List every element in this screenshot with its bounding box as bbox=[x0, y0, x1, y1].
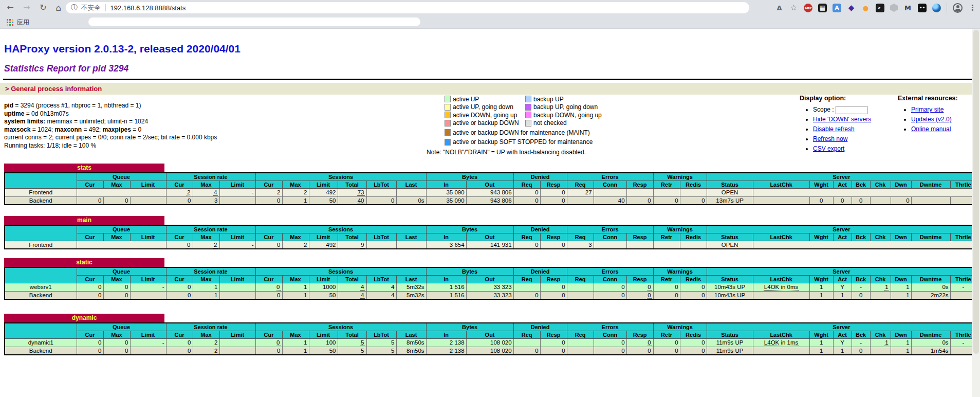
address-bar[interactable]: ⓘ 不安全 192.168.6.128:8888/stats bbox=[66, 2, 749, 13]
page-info-icon[interactable]: ⓘ bbox=[71, 3, 78, 12]
adblock-plus-icon[interactable]: ABP bbox=[804, 4, 812, 12]
column-header: In bbox=[426, 233, 466, 241]
cell-bout: 141 931 bbox=[466, 241, 513, 249]
terminal-extension-icon[interactable]: >_ bbox=[876, 4, 884, 12]
home-icon[interactable]: ⌂ bbox=[52, 2, 65, 14]
legend-swatch bbox=[525, 104, 531, 111]
toolbar-icon-row: A☆ABP▦A◆●>_M••⋮ bbox=[775, 0, 977, 15]
reload-icon[interactable]: ↻ bbox=[37, 2, 49, 14]
cell-econn: 0 bbox=[594, 291, 626, 299]
forward-icon[interactable]: → bbox=[21, 2, 33, 14]
mail-m-extension-icon[interactable]: M bbox=[903, 4, 912, 12]
row-name[interactable]: Backend bbox=[5, 291, 77, 299]
column-header: Retr bbox=[653, 181, 680, 188]
cell-value-tooltip: 4 bbox=[360, 292, 364, 299]
idm-extension-icon[interactable] bbox=[932, 4, 941, 12]
process-info-line: maxsock = 1024; maxconn = 492; maxpipes … bbox=[4, 126, 217, 134]
toolbar-divider bbox=[947, 3, 947, 12]
row-name[interactable]: Frontend bbox=[5, 188, 77, 196]
bookmark-item[interactable] bbox=[88, 17, 420, 26]
column-group-header: Queue bbox=[77, 173, 166, 181]
external-resource-link[interactable]: Updates (v2.0) bbox=[911, 116, 952, 123]
column-header: Status bbox=[707, 331, 753, 338]
scrollbar[interactable] bbox=[972, 29, 980, 397]
column-header: LastChk bbox=[753, 275, 809, 283]
row-name[interactable]: websrv1 bbox=[5, 283, 77, 291]
column-header: Bck bbox=[852, 181, 870, 188]
column-group-header: Session rate bbox=[166, 173, 255, 181]
row-name[interactable]: dynamic1 bbox=[5, 338, 77, 347]
cell-wretr: 0 bbox=[653, 196, 680, 205]
legend-item: active DOWN, going up bbox=[445, 111, 525, 119]
cell-qmax: 0 bbox=[103, 283, 130, 291]
bookmark-star-icon[interactable]: ☆ bbox=[789, 4, 798, 12]
column-header: Dwntme bbox=[911, 331, 950, 338]
display-option-link[interactable]: Refresh now bbox=[813, 135, 847, 142]
column-group-header: Errors bbox=[567, 323, 653, 331]
display-option-link[interactable]: Hide 'DOWN' servers bbox=[813, 116, 871, 123]
cell-act: Y bbox=[833, 283, 852, 291]
column-header: Wght bbox=[809, 275, 833, 283]
scope-input[interactable] bbox=[836, 106, 867, 114]
cell-server-merged bbox=[753, 241, 976, 249]
column-group-header: Denied bbox=[513, 225, 567, 233]
hexagon-extension-icon[interactable] bbox=[890, 4, 898, 12]
cell-bin: 2 138 bbox=[426, 338, 466, 347]
cell-wretr: 0 bbox=[653, 291, 680, 299]
column-header: Dwntme bbox=[911, 233, 950, 241]
diamond-extension-icon[interactable]: ◆ bbox=[847, 4, 856, 12]
column-header: Retr bbox=[653, 331, 680, 338]
cell-rmax: 2 bbox=[193, 241, 219, 249]
column-header: Dwntme bbox=[911, 181, 950, 188]
column-header: Wght bbox=[809, 181, 833, 188]
row-name[interactable]: Frontend bbox=[5, 241, 77, 249]
cell-wght: 1 bbox=[809, 283, 833, 291]
cell-eresp: 0 bbox=[626, 338, 653, 347]
row-name[interactable]: Backend bbox=[5, 347, 77, 355]
column-group-header: Server bbox=[707, 173, 976, 181]
scrollbar-thumb[interactable] bbox=[973, 30, 979, 354]
cat-extension-icon[interactable]: ● bbox=[861, 4, 870, 12]
translate-icon[interactable]: A bbox=[775, 4, 784, 12]
proxy-name-link[interactable]: dynamic bbox=[4, 314, 164, 322]
legend-item: active or backup SOFT STOPPED for mainte… bbox=[445, 138, 649, 147]
proxy-name-link[interactable]: stats bbox=[4, 164, 164, 172]
display-options: Display option: Scope : Hide 'DOWN' serv… bbox=[800, 95, 900, 154]
url-text[interactable]: 192.168.6.128:8888/stats bbox=[110, 4, 186, 12]
apps-label[interactable]: 应用 bbox=[17, 18, 29, 27]
column-header: Req bbox=[567, 275, 594, 283]
column-group-header: Server bbox=[707, 225, 976, 233]
back-icon[interactable]: ← bbox=[4, 2, 16, 14]
proxy-name-link[interactable]: main bbox=[4, 216, 164, 225]
column-header: LbTot bbox=[366, 275, 396, 283]
cell-rlim bbox=[219, 338, 255, 347]
cell-slim: 50 bbox=[309, 291, 338, 299]
profile-avatar-icon[interactable] bbox=[953, 3, 963, 13]
table-row-backend: Backend00020150558m50s2 138108 020000000… bbox=[5, 347, 976, 355]
column-header: Max bbox=[193, 181, 219, 188]
column-header: Bck bbox=[852, 331, 870, 338]
translate-extension-icon[interactable]: A bbox=[833, 4, 841, 12]
qr-grid-extension-icon[interactable]: ▦ bbox=[818, 4, 827, 12]
cell-ereq: 3 bbox=[567, 241, 594, 249]
column-header: Bck bbox=[852, 233, 870, 241]
display-option-link[interactable]: Disable refresh bbox=[813, 125, 855, 133]
external-resource-link[interactable]: Online manual bbox=[911, 125, 951, 133]
column-header: Last bbox=[396, 331, 426, 338]
menu-icon[interactable]: ⋮ bbox=[968, 4, 977, 12]
cell-lbtot: 0 bbox=[366, 196, 396, 205]
apps-grid-icon[interactable] bbox=[7, 19, 13, 26]
external-resource-link[interactable]: Primary site bbox=[911, 106, 944, 113]
proxy-name-link[interactable]: static bbox=[4, 258, 164, 267]
cell-scur: 0 bbox=[255, 347, 282, 355]
legend-item: backup DOWN, going up bbox=[525, 111, 649, 119]
column-header: Conn bbox=[594, 331, 626, 338]
page-title[interactable]: HAProxy version 2.0.13-2, released 2020/… bbox=[4, 43, 241, 55]
display-option-link[interactable]: CSV export bbox=[813, 145, 844, 152]
cell-rcur: 0 bbox=[166, 283, 193, 291]
cell-scur: 0 bbox=[255, 283, 282, 291]
cell-lbtot: 5 bbox=[366, 338, 396, 347]
row-name[interactable]: Backend bbox=[5, 196, 77, 205]
cell-eresp bbox=[626, 241, 653, 249]
eyes-extension-icon[interactable]: •• bbox=[918, 4, 927, 12]
